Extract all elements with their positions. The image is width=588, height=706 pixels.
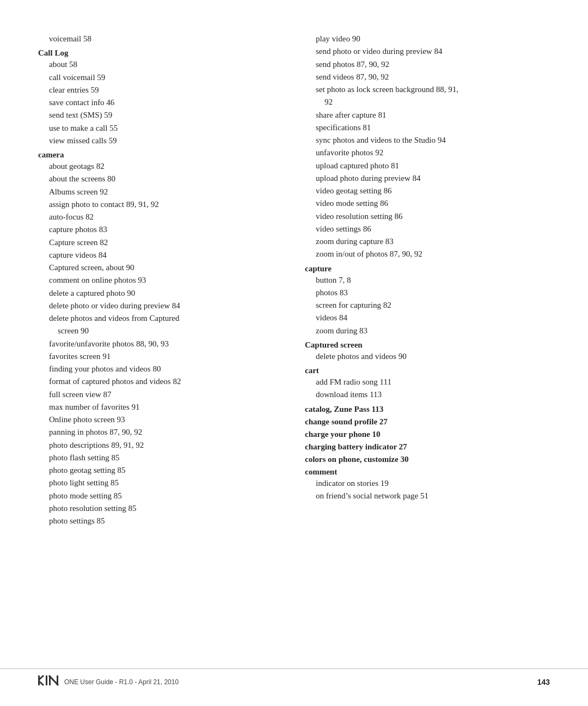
index-entry: save contact info 46: [38, 96, 283, 109]
index-entry: capture videos 84: [38, 249, 283, 261]
index-entry: colors on phone, customize 30: [305, 455, 550, 464]
index-entry: Captured screen, about 90: [38, 261, 283, 274]
index-entry: send photo or video during preview 84: [305, 45, 550, 58]
index-entry: photo resolution setting 85: [38, 502, 283, 515]
index-entry: send photos 87, 90, 92: [305, 58, 550, 71]
footer: ONE User Guide - R1.0 - April 21, 2010 1…: [0, 668, 588, 690]
index-entry: Call Log: [38, 48, 283, 58]
index-entry: screen for capturing 82: [305, 299, 550, 312]
index-entry: unfavorite photos 92: [305, 147, 550, 159]
index-entry: specifications 81: [305, 121, 550, 134]
index-entry: panning in photos 87, 90, 92: [38, 426, 283, 439]
index-entry: comment: [305, 467, 550, 477]
index-entry: photo descriptions 89, 91, 92: [38, 439, 283, 452]
index-entry: video mode setting 86: [305, 197, 550, 210]
index-entry: videos 84: [305, 312, 550, 324]
index-entry: charge your phone 10: [305, 430, 550, 439]
index-entry: delete photo or video during preview 84: [38, 300, 283, 312]
index-entry: photos 83: [305, 287, 550, 299]
index-entry: add FM radio song 111: [305, 376, 550, 388]
index-entry: camera: [38, 150, 283, 160]
index-entry: about 58: [38, 58, 283, 71]
index-entry: video resolution setting 86: [305, 210, 550, 223]
index-entry: max number of favorites 91: [38, 401, 283, 413]
index-entry: assign photo to contact 89, 91, 92: [38, 198, 283, 211]
index-entry: about geotags 82: [38, 160, 283, 173]
index-entry: view missed calls 59: [38, 135, 283, 147]
footer-guide-text: ONE User Guide - R1.0 - April 21, 2010: [64, 678, 179, 686]
index-entry: capture photos 83: [38, 223, 283, 236]
index-entry: auto-focus 82: [38, 211, 283, 223]
index-entry: favorite/unfavorite photos 88, 90, 93: [38, 338, 283, 350]
left-entries: voicemail 58Call Logabout 58call voicema…: [38, 33, 283, 527]
index-entry: upload captured photo 81: [305, 160, 550, 172]
index-entry: full screen view 87: [38, 388, 283, 401]
index-entry: favorites screen 91: [38, 350, 283, 363]
index-entry: catalog, Zune Pass 113: [305, 405, 550, 414]
index-entry: change sound profile 27: [305, 417, 550, 427]
index-entry: Capture screen 82: [38, 236, 283, 249]
index-entry: sync photos and videos to the Studio 94: [305, 134, 550, 147]
index-entry: Online photo screen 93: [38, 413, 283, 426]
index-entry: photo mode setting 85: [38, 490, 283, 502]
index-entry: zoom during 83: [305, 325, 550, 337]
index-entry: use to make a call 55: [38, 122, 283, 135]
index-entry: clear entries 59: [38, 84, 283, 96]
index-entry: zoom in/out of photos 87, 90, 92: [305, 248, 550, 260]
index-entry: set photo as lock screen background 88, …: [305, 83, 550, 96]
index-entry: share after capture 81: [305, 109, 550, 121]
index-entry: delete photos and videos 90: [305, 350, 550, 363]
index-entry: on friend’s social network page 51: [305, 490, 550, 502]
index-entry: screen 90: [38, 325, 283, 337]
index-entry: indicator on stories 19: [305, 477, 550, 490]
index-entry: photo geotag setting 85: [38, 464, 283, 477]
right-column: play video 90send photo or video during …: [305, 33, 550, 630]
index-entry: video settings 86: [305, 223, 550, 235]
index-entry: photo settings 85: [38, 515, 283, 527]
index-entry: Captured screen: [305, 340, 550, 350]
index-entry: voicemail 58: [38, 33, 283, 45]
index-entry: download items 113: [305, 388, 550, 401]
index-entry: about the screens 80: [38, 173, 283, 185]
svg-rect-6: [57, 675, 58, 685]
index-entry: play video 90: [305, 33, 550, 45]
index-entry: finding your photos and videos 80: [38, 363, 283, 375]
kin-logo: [38, 674, 60, 690]
index-entry: comment on online photos 93: [38, 274, 283, 287]
index-entry: zoom during capture 83: [305, 235, 550, 248]
index-entry: capture: [305, 264, 550, 273]
svg-rect-3: [46, 675, 47, 685]
index-entry: send videos 87, 90, 92: [305, 71, 550, 83]
index-entry: send text (SMS) 59: [38, 109, 283, 121]
index-entry: cart: [305, 366, 550, 375]
index-entry: 92: [305, 96, 550, 108]
index-entry: photo light setting 85: [38, 477, 283, 489]
index-entry: Albums screen 92: [38, 186, 283, 198]
footer-logo: ONE User Guide - R1.0 - April 21, 2010: [38, 674, 179, 690]
index-entry: charging battery indicator 27: [305, 442, 550, 452]
page-content: voicemail 58Call Logabout 58call voicema…: [0, 0, 588, 662]
footer-page-number: 143: [537, 678, 550, 686]
left-column: voicemail 58Call Logabout 58call voicema…: [38, 33, 283, 630]
index-entry: video geotag setting 86: [305, 185, 550, 197]
index-entry: photo flash setting 85: [38, 452, 283, 464]
index-entry: call voicemail 59: [38, 71, 283, 84]
index-entry: delete a captured photo 90: [38, 287, 283, 300]
index-entry: upload photo during preview 84: [305, 172, 550, 185]
index-entry: button 7, 8: [305, 274, 550, 287]
index-entry: format of captured photos and videos 82: [38, 375, 283, 388]
right-entries: play video 90send photo or video during …: [305, 33, 550, 502]
index-entry: delete photos and videos from Captured: [38, 312, 283, 325]
